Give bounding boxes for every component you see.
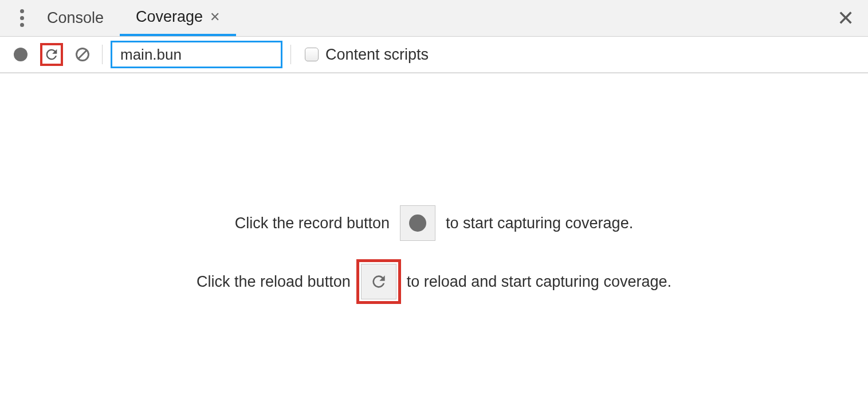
more-tabs-button[interactable] [13, 7, 31, 30]
checkbox-label: Content scripts [325, 46, 429, 64]
tab-label: Console [47, 9, 104, 27]
reload-button[interactable] [40, 43, 63, 66]
dot-icon [20, 23, 24, 27]
record-icon [14, 48, 28, 61]
coverage-empty-state: Click the record button to start capturi… [0, 73, 868, 299]
clear-button[interactable] [71, 43, 94, 66]
hint-text: Click the record button [235, 214, 390, 232]
toolbar-divider [102, 45, 103, 64]
tab-console[interactable]: Console [31, 0, 120, 36]
hint-text: to start capturing coverage. [446, 214, 633, 232]
dot-icon [20, 9, 24, 13]
url-filter-field[interactable]: ✕ [111, 41, 282, 68]
hint-text: to reload and start capturing coverage. [407, 273, 671, 291]
checkbox-icon [305, 48, 319, 61]
record-icon [409, 214, 426, 232]
clear-icon [74, 46, 91, 63]
toolbar-divider [290, 45, 291, 64]
content-scripts-checkbox[interactable]: Content scripts [305, 46, 429, 64]
tab-label: Coverage [136, 8, 203, 26]
close-panel-button[interactable]: ✕ [837, 8, 854, 29]
svg-line-1 [78, 50, 87, 58]
record-hint: Click the record button to start capturi… [235, 205, 633, 241]
dot-icon [20, 16, 24, 20]
tab-strip: Console Coverage ✕ ✕ [0, 0, 868, 37]
coverage-toolbar: ✕ Content scripts [0, 37, 868, 73]
hint-text: Click the reload button [197, 273, 351, 291]
url-filter-input[interactable] [120, 46, 307, 64]
close-tab-icon[interactable]: ✕ [210, 10, 220, 25]
reload-hint-button[interactable] [361, 264, 396, 299]
reload-icon [44, 46, 60, 63]
record-button[interactable] [9, 43, 32, 66]
record-hint-button[interactable] [400, 205, 435, 241]
reload-hint: Click the reload button to reload and st… [197, 264, 671, 299]
tab-coverage[interactable]: Coverage ✕ [120, 0, 236, 36]
reload-icon [370, 272, 388, 291]
